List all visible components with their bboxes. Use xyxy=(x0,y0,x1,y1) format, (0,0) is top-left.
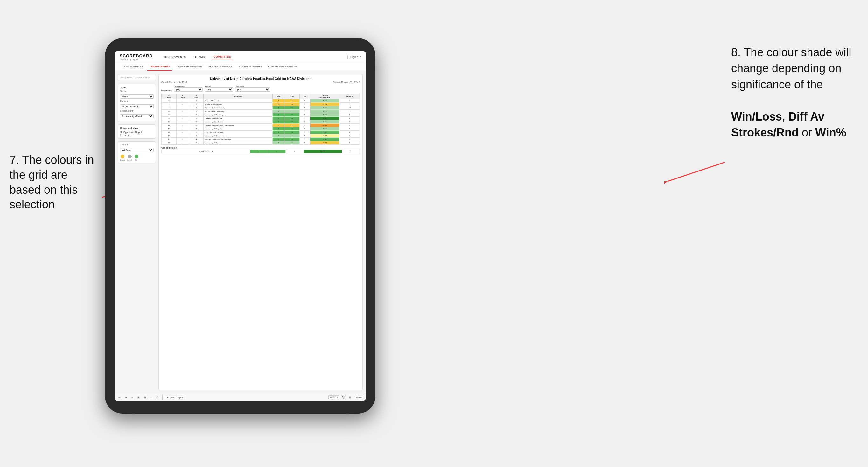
view-original-btn[interactable]: 👁 View: Original xyxy=(165,396,185,399)
logo-sub: Powered by clippd xyxy=(120,58,153,60)
cell-diff: 1.83 xyxy=(310,110,340,113)
cell-diff: 4.50 xyxy=(310,138,340,141)
cell-opponent: Texas Tech University xyxy=(203,131,272,134)
cell-opponent: University of Florida xyxy=(203,141,272,145)
nav-teams[interactable]: TEAMS xyxy=(193,55,206,59)
cell-rounds: 8 xyxy=(340,120,360,124)
grid2-icon[interactable]: ⊞ xyxy=(348,395,352,400)
nav-tournaments[interactable]: TOURNAMENTS xyxy=(162,55,187,59)
cell-rounds: 9 xyxy=(340,141,360,145)
cell-tie: 0 xyxy=(300,110,310,113)
tablet-frame: SCOREBOARD Powered by clippd TOURNAMENTS… xyxy=(105,38,375,413)
cell-rank: 4 xyxy=(162,106,177,110)
cell-tie: 0 xyxy=(300,124,310,127)
cell-win: 3 xyxy=(272,131,285,134)
gender-select[interactable]: Men's xyxy=(120,94,154,99)
cell-win: 1 xyxy=(272,113,285,117)
cell-win: 0 xyxy=(272,124,285,127)
opponent-filter-label: Opponent xyxy=(235,85,270,87)
colour-by-select[interactable]: Win/loss xyxy=(120,148,154,152)
cell-opponent: Auburn University xyxy=(203,99,272,103)
table-row: 9 - 1 University of Arizona 1 0 0 9.00 2 xyxy=(162,117,360,120)
watch-btn[interactable]: Watch ▾ xyxy=(328,396,340,399)
forward-icon[interactable]: → xyxy=(130,395,134,400)
share-btn[interactable]: Share xyxy=(354,396,363,399)
sub-nav-team-h2h-grid[interactable]: TEAM H2H GRID xyxy=(147,63,172,71)
conference-filter: Conference (All) xyxy=(174,85,203,92)
tablet-screen: SCOREBOARD Powered by clippd TOURNAMENTS… xyxy=(115,51,366,401)
cell-conf: 4 xyxy=(189,138,203,141)
nav-bar: SCOREBOARD Powered by clippd TOURNAMENTS… xyxy=(115,51,366,63)
view-icon: 👁 xyxy=(167,396,169,399)
gender-label: Gender xyxy=(120,90,154,92)
undo-icon[interactable]: ↩ xyxy=(117,395,122,400)
division-label: Division xyxy=(120,100,154,102)
cell-conf: 2 xyxy=(189,113,203,117)
table-row: 16 - 2 University of Florida 3 1 0 -6.62… xyxy=(162,141,360,145)
opponent-filter: Opponent (All) xyxy=(235,85,270,92)
cell-diff: 1.67 xyxy=(310,99,340,103)
cell-rank: 6 xyxy=(162,110,177,113)
cell-opponent: University of Oklahoma xyxy=(203,134,272,138)
ood-division: NCAA Division II xyxy=(162,150,250,153)
cell-diff: 9.00 xyxy=(310,117,340,120)
logo-text: SCOREBOARD xyxy=(120,54,153,58)
cell-loss: 1 xyxy=(285,134,300,138)
redo-icon[interactable]: ↪ xyxy=(123,395,128,400)
sign-out-link[interactable]: Sign out xyxy=(347,55,361,59)
ood-table-row: NCAA Division II 1 0 0 26.00 3 xyxy=(162,150,360,153)
cell-conf: 2 xyxy=(189,103,203,106)
ood-tie: 0 xyxy=(286,150,304,153)
cell-reg: - xyxy=(177,103,189,106)
ood-diff: 26.00 xyxy=(304,150,342,153)
sub-nav-player-h2h-heatmap[interactable]: PLAYER H2H HEATMAP xyxy=(266,63,300,71)
main-content: Last Updated: 27/03/2024 16:55:38 Team G… xyxy=(115,71,366,394)
table-row: 8 - 2 University of Washington 1 0 0 3.6… xyxy=(162,113,360,117)
sub-nav-team-summary[interactable]: TEAM SUMMARY xyxy=(120,63,146,71)
cell-loss: 0 xyxy=(285,120,300,124)
cell-tie: 0 xyxy=(300,106,310,110)
sub-nav-player-h2h-grid[interactable]: PLAYER H2H GRID xyxy=(236,63,264,71)
cell-diff: -1.00 xyxy=(310,134,340,138)
dash-icon[interactable]: — xyxy=(149,395,153,400)
cell-conf: 3 xyxy=(189,127,203,131)
cell-reg: - xyxy=(177,134,189,138)
cell-tie: 0 xyxy=(300,134,310,138)
cell-reg: - xyxy=(177,141,189,145)
copy-icon[interactable]: ⊞ xyxy=(136,395,141,400)
cell-reg: - xyxy=(177,120,189,124)
table-row: 3 - 2 Vanderbilt University 0 4 0 -2.29 … xyxy=(162,103,360,106)
cell-conf: 2 xyxy=(189,141,203,145)
cell-rank: 13 xyxy=(162,131,177,134)
nav-committee[interactable]: COMMITTEE xyxy=(212,54,232,60)
cell-conf: 1 xyxy=(189,131,203,134)
division-select[interactable]: NCAA Division I xyxy=(120,104,154,108)
region-select[interactable]: (All) xyxy=(205,88,233,92)
cell-tie: 0 xyxy=(300,127,310,131)
region-filter: Region (All) xyxy=(205,85,233,92)
conference-select[interactable]: (All) xyxy=(174,88,203,92)
cell-rounds: 17 xyxy=(340,106,360,110)
cell-loss: 0 xyxy=(285,117,300,120)
grid-icon[interactable]: ⊟ xyxy=(143,395,147,400)
cell-conf: 5 xyxy=(189,120,203,124)
radio-opponents-played[interactable]: Opponents Played xyxy=(120,131,154,133)
clock-icon[interactable]: ⏱ xyxy=(155,395,160,400)
legend-dot-level xyxy=(128,155,132,158)
ood-label: Out of division xyxy=(161,147,360,149)
comment-icon[interactable]: 💬 xyxy=(341,395,346,400)
cell-win: 5 xyxy=(272,138,285,141)
sub-nav-player-summary[interactable]: PLAYER SUMMARY xyxy=(206,63,235,71)
h2h-table: #Rank #Reg #Conf Opponent Win Loss Tie D… xyxy=(161,94,360,145)
cell-tie: 0 xyxy=(300,103,310,106)
cell-conf: 1 xyxy=(189,117,203,120)
radio-top100[interactable]: Top 100 xyxy=(120,134,154,136)
cell-win: 1 xyxy=(272,117,285,120)
cell-rank: 9 xyxy=(162,117,177,120)
sub-nav-team-h2h-heatmap[interactable]: TEAM H2H HEATMAP xyxy=(174,63,205,71)
cell-reg: - xyxy=(177,117,189,120)
col-tie: Tie xyxy=(300,94,310,99)
opponent-select[interactable]: (All) xyxy=(235,88,270,92)
school-select[interactable]: 1. University of Nort... xyxy=(120,114,154,118)
cell-loss: 0 xyxy=(285,138,300,141)
